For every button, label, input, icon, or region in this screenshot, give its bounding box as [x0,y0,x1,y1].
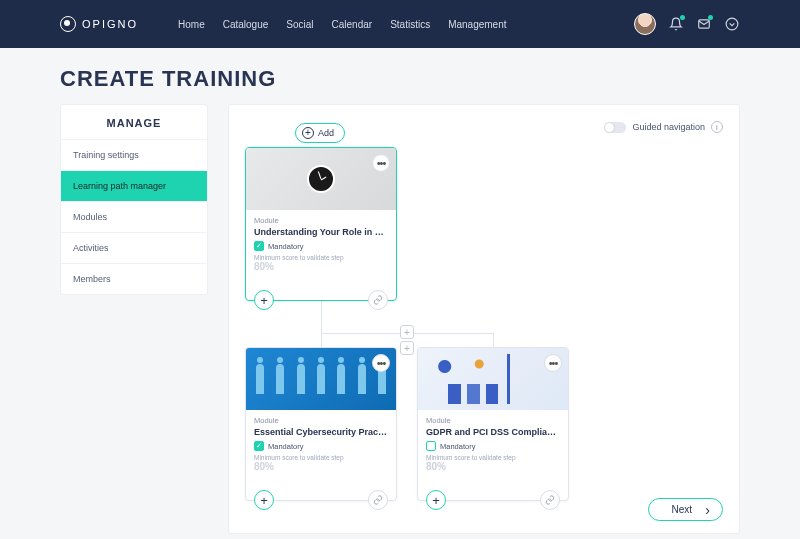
link-button[interactable] [368,290,388,310]
card-thumbnail: ••• [246,348,396,410]
header-actions [634,13,740,35]
connector [493,333,494,347]
clock-icon [307,165,335,193]
sidebar-item-training-settings[interactable]: Training settings [61,139,207,170]
svg-point-1 [726,18,738,30]
card-thumbnail: ••• [246,148,396,210]
mail-icon[interactable] [696,16,712,32]
mandatory-label: Mandatory [268,242,303,251]
next-label: Next [671,504,692,515]
nav-catalogue[interactable]: Catalogue [223,19,269,30]
card-title: GDPR and PCI DSS Compliance [426,427,560,437]
nav-statistics[interactable]: Statistics [390,19,430,30]
card-menu-button[interactable]: ••• [372,154,390,172]
link-button[interactable] [540,490,560,510]
guided-toggle[interactable] [604,122,626,133]
learning-path-canvas: + Add Guided navigation i + + ••• [228,104,740,534]
page-title: CREATE TRAINING [0,48,800,104]
plus-icon: + [302,127,314,139]
nav-management[interactable]: Management [448,19,506,30]
card-title: Essential Cybersecurity Practices [254,427,388,437]
card-menu-button[interactable]: ••• [372,354,390,372]
card-kicker: Module [426,416,560,425]
card-kicker: Module [254,216,388,225]
min-score-label: Minimum score to validate step [254,254,388,261]
module-card[interactable]: ••• Module GDPR and PCI DSS Compliance M… [417,347,569,501]
card-menu-button[interactable]: ••• [544,354,562,372]
mandatory-checkbox[interactable] [426,441,436,451]
mail-dot [708,15,713,20]
chevron-down-icon[interactable] [724,16,740,32]
notification-dot [680,15,685,20]
sidebar-item-learning-path-manager[interactable]: Learning path manager [61,170,207,201]
min-score-value: 80% [426,461,560,472]
add-button[interactable]: + Add [295,123,345,143]
nav-social[interactable]: Social [286,19,313,30]
avatar[interactable] [634,13,656,35]
logo-icon [60,16,76,32]
mandatory-checkbox[interactable]: ✓ [254,441,264,451]
brand-logo[interactable]: OPIGNO [60,16,138,32]
top-nav: OPIGNO Home Catalogue Social Calendar St… [0,0,800,48]
main-nav: Home Catalogue Social Calendar Statistic… [178,19,507,30]
add-child-button[interactable]: + [426,490,446,510]
sidebar-item-modules[interactable]: Modules [61,201,207,232]
manage-sidebar: MANAGE Training settings Learning path m… [60,104,208,295]
guided-label: Guided navigation [632,122,705,132]
add-child-button[interactable]: + [254,490,274,510]
brand-text: OPIGNO [82,18,138,30]
branch-plus-node[interactable]: + [400,341,414,355]
nav-calendar[interactable]: Calendar [332,19,373,30]
guided-navigation: Guided navigation i [604,121,723,133]
add-label: Add [318,128,334,138]
branch-plus-node[interactable]: + [400,325,414,339]
add-child-button[interactable]: + [254,290,274,310]
module-card[interactable]: ••• Module Essential Cybersecurity Pract… [245,347,397,501]
mandatory-label: Mandatory [440,442,475,451]
card-thumbnail: ••• [418,348,568,410]
min-score-label: Minimum score to validate step [426,454,560,461]
sidebar-item-activities[interactable]: Activities [61,232,207,263]
next-button[interactable]: Next [648,498,723,521]
min-score-label: Minimum score to validate step [254,454,388,461]
sidebar-item-members[interactable]: Members [61,263,207,294]
mandatory-label: Mandatory [268,442,303,451]
min-score-value: 80% [254,461,388,472]
min-score-value: 80% [254,261,388,272]
module-card[interactable]: ••• Module Understanding Your Role in Cy… [245,147,397,301]
info-icon[interactable]: i [711,121,723,133]
connector [321,333,322,347]
link-button[interactable] [368,490,388,510]
nav-home[interactable]: Home [178,19,205,30]
mandatory-checkbox[interactable]: ✓ [254,241,264,251]
sidebar-title: MANAGE [61,105,207,139]
card-kicker: Module [254,416,388,425]
card-title: Understanding Your Role in Cybe... [254,227,388,237]
bell-icon[interactable] [668,16,684,32]
